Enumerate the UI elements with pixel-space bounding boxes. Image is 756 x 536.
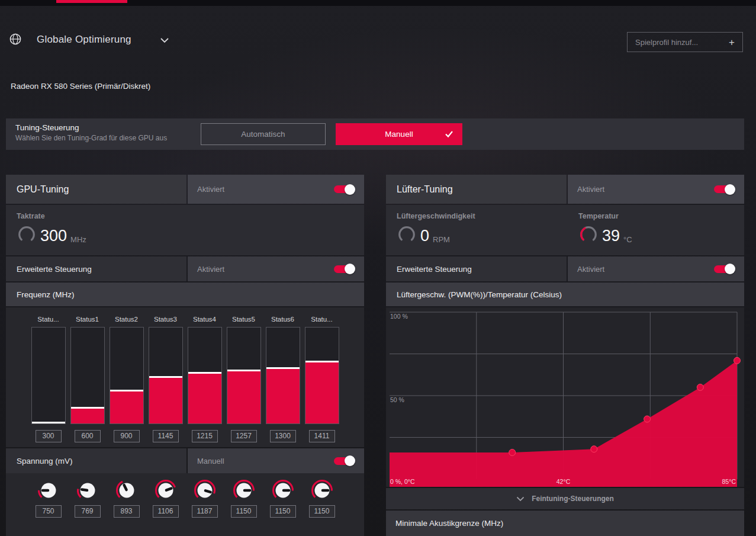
gpu-tuning-toggle[interactable] <box>334 185 355 193</box>
active-tab-indicator[interactable] <box>56 0 127 3</box>
fan-advanced-label-cell: Erweiterte Steuerung <box>386 256 567 281</box>
voltage-knob[interactable] <box>36 477 62 503</box>
fine-tuning-expander[interactable]: Feintuning-Steuerungen <box>386 488 744 509</box>
plus-icon: + <box>729 37 735 47</box>
clock-gauge-icon <box>17 224 37 247</box>
fan-speed-gauge-icon <box>397 224 417 247</box>
fan-curve-title: Lüftergeschw. (PWM(%))/Temperatur (Celsi… <box>397 290 562 299</box>
fan-curve-point[interactable] <box>591 446 597 452</box>
voltage-knob[interactable] <box>192 477 218 503</box>
voltage-value-box[interactable]: 750 <box>36 505 62 518</box>
voltage-value-box[interactable]: 1150 <box>270 505 296 518</box>
page-title: Globale Optimierung <box>37 34 131 46</box>
fan-tuning-status-cell: Aktiviert <box>568 175 744 204</box>
frequency-value-box[interactable]: 1300 <box>270 430 296 442</box>
voltage-value-box[interactable]: 1150 <box>231 505 257 518</box>
voltage-value-box[interactable]: 1106 <box>153 505 179 518</box>
page-header: Globale Optimierung Spielprofil hinzuf..… <box>0 27 756 57</box>
frequency-bar-slider[interactable] <box>31 327 66 424</box>
optimization-profile-dropdown[interactable]: Globale Optimierung <box>37 27 169 52</box>
frequency-state-column: Status61300 <box>266 313 300 447</box>
x-label-right: 85°C <box>722 478 736 485</box>
frequency-bar-fill <box>149 376 182 424</box>
voltage-row: Spannung (mV) Manuell <box>6 448 364 473</box>
clock-unit: MHz <box>70 235 86 244</box>
frequency-bar-slider[interactable] <box>305 327 339 424</box>
manual-tuning-button[interactable]: Manuell <box>336 123 462 145</box>
voltage-knob[interactable] <box>309 477 335 503</box>
fan-advanced-toggle[interactable] <box>714 265 735 273</box>
voltage-value-box[interactable]: 1150 <box>309 505 335 518</box>
min-acoustic-label: Minimale Akustikgrenze (MHz) <box>395 519 503 528</box>
frequency-state-column: Status51257 <box>227 313 261 447</box>
voltage-knob-column: 750 <box>31 477 66 536</box>
fan-curve-point[interactable] <box>734 357 741 364</box>
state-label: Status1 <box>76 313 99 327</box>
state-label: Status6 <box>271 313 294 327</box>
voltage-mode-label: Manuell <box>197 457 224 466</box>
tuning-control-text: Tuning-Steuerung Wählen Sie den Tuning-G… <box>15 123 167 142</box>
state-label: Status2 <box>115 313 138 327</box>
voltage-knob[interactable] <box>153 477 179 503</box>
gpu-advanced-status-cell: Aktiviert <box>188 256 364 281</box>
frequency-value-box[interactable]: 900 <box>114 430 140 442</box>
frequency-state-column: Statu...1411 <box>305 313 339 447</box>
tuning-control-subtitle: Wählen Sie den Tuning-Grad für diese GPU… <box>15 134 167 142</box>
clock-gauge-row: Taktrate 300 MHz <box>6 205 364 255</box>
tuning-control-title: Tuning-Steuerung <box>15 123 167 132</box>
frequency-value-box[interactable]: 1215 <box>192 430 218 442</box>
frequency-value-box[interactable]: 300 <box>36 430 62 442</box>
frequency-bar-fill <box>32 422 65 423</box>
voltage-manual-toggle[interactable] <box>334 457 355 465</box>
check-icon <box>445 130 453 138</box>
x-label-left: 0 %, 0°C <box>390 478 415 485</box>
tuning-control-panel: Tuning-Steuerung Wählen Sie den Tuning-G… <box>6 118 744 150</box>
frequency-value-box[interactable]: 600 <box>75 430 101 442</box>
voltage-value-box[interactable]: 769 <box>75 505 101 518</box>
voltage-knob[interactable] <box>75 477 101 503</box>
fan-curve-point[interactable] <box>509 449 516 455</box>
fan-curve-point[interactable] <box>644 416 651 422</box>
frequency-bar-fill <box>227 370 260 423</box>
gpu-advanced-toggle[interactable] <box>334 265 355 273</box>
y-tick-100: 100 % <box>390 313 408 320</box>
frequency-state-column: Status31145 <box>149 313 183 447</box>
frequency-bar-fill <box>266 367 300 423</box>
frequency-bar-slider[interactable] <box>227 327 261 424</box>
frequency-bar-slider[interactable] <box>149 327 183 424</box>
globe-icon <box>9 33 22 46</box>
voltage-knob[interactable] <box>270 477 296 503</box>
gpu-tuning-panel: GPU-Tuning Aktiviert Taktrate 300 MHz Er… <box>6 175 364 536</box>
temperature-gauge-icon <box>578 224 599 247</box>
voltage-knob-column: 893 <box>110 477 144 536</box>
frequency-value-box[interactable]: 1257 <box>231 430 257 442</box>
voltage-value-box[interactable]: 893 <box>114 505 140 518</box>
gpu-advanced-enabled-label: Aktiviert <box>197 265 224 274</box>
fan-tuning-toggle[interactable] <box>714 185 735 193</box>
add-game-profile-button[interactable]: Spielprofil hinzuf... + <box>627 32 743 52</box>
frequency-bar-slider[interactable] <box>266 327 300 424</box>
frequency-bar-slider[interactable] <box>188 327 222 424</box>
voltage-title: Spannung (mV) <box>17 457 73 466</box>
state-label: Statu... <box>37 313 59 327</box>
frequency-value-box[interactable]: 1145 <box>153 430 179 442</box>
frequency-bar-slider[interactable] <box>70 327 105 424</box>
gpu-tuning-enabled-label: Aktiviert <box>197 185 224 194</box>
voltage-knob-column: 1187 <box>188 477 222 536</box>
temperature-unit: °C <box>623 235 632 244</box>
frequency-section-title: Frequenz (MHz) <box>17 290 75 299</box>
voltage-knob[interactable] <box>231 477 257 503</box>
fan-curve-point[interactable] <box>697 384 703 390</box>
state-label: Status3 <box>154 313 177 327</box>
fan-tuning-panel: Lüfter-Tuning Aktiviert Lüftergeschwindi… <box>386 175 744 536</box>
fan-curve-chart: 100 %50 %0 %, 0°C42°C85°C <box>386 307 744 487</box>
gpu-advanced-row: Erweiterte Steuerung Aktiviert <box>6 256 364 281</box>
frequency-bar-slider[interactable] <box>110 327 144 424</box>
automatic-tuning-button[interactable]: Automatisch <box>201 123 326 145</box>
voltage-value-box[interactable]: 1187 <box>192 505 218 518</box>
fan-tuning-title: Lüfter-Tuning <box>397 184 453 195</box>
voltage-knob[interactable] <box>114 477 140 503</box>
fan-advanced-label: Erweiterte Steuerung <box>397 265 472 274</box>
state-label: Statu... <box>311 313 332 327</box>
frequency-value-box[interactable]: 1411 <box>309 430 335 442</box>
